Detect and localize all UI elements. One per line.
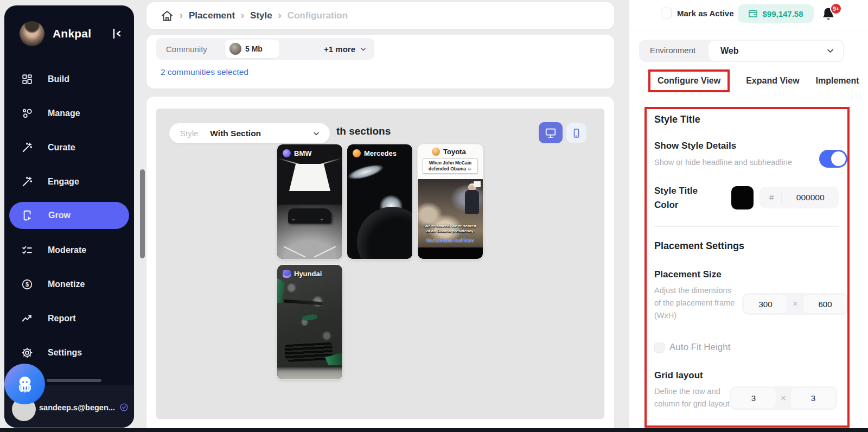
height-input[interactable]: 600	[803, 295, 847, 313]
environment-select[interactable]: Web	[709, 41, 843, 61]
account-email-text: sandeep.s@begen...	[39, 403, 115, 412]
breadcrumb-separator: ›	[278, 10, 282, 21]
placement-card-bmw[interactable]: BMW	[277, 144, 342, 259]
sidebar-item-moderate[interactable]: Moderate	[4, 233, 134, 267]
verified-badge-icon	[119, 403, 129, 412]
sidebar-item-label: Manage	[48, 109, 80, 118]
grid-cols-input[interactable]: 3	[791, 388, 835, 408]
breadcrumb-bar: › Placement › Style › Configuration	[146, 2, 614, 29]
placement-size-hint: Adjust the dimensions of the placement f…	[654, 284, 738, 322]
grid-layout-label: Grid layout	[654, 370, 703, 381]
sidebar-item-label: Curate	[48, 143, 75, 153]
sidebar-item-monetize[interactable]: $ Monetize	[4, 267, 134, 301]
subtitle-text: We're scared, we're scared of an Obama p…	[418, 224, 483, 233]
octopus-icon	[14, 373, 36, 395]
bmw-cars-art	[288, 208, 331, 224]
tab-expand-view[interactable]: Expand View	[746, 76, 799, 86]
community-selector[interactable]: Community 5 Mb +1 more	[156, 38, 374, 60]
brand-title: Ankpal	[53, 27, 91, 40]
auto-fit-height-checkbox[interactable]	[654, 342, 665, 353]
community-more-label: +1 more	[324, 45, 355, 54]
community-more-dropdown[interactable]: +1 more	[324, 38, 367, 60]
mobile-view-button[interactable]	[566, 123, 586, 143]
toyota-community-icon	[432, 148, 440, 156]
sidebar: Ankpal Build Manage Curate Engage Grow M…	[4, 5, 134, 428]
svg-text:$: $	[25, 281, 29, 288]
style-select-value: With Section	[210, 129, 261, 138]
hex-prefix: #	[760, 192, 782, 204]
collapse-sidebar-icon[interactable]	[110, 27, 123, 40]
mark-as-active-checkbox[interactable]	[661, 8, 672, 18]
sidebar-item-manage[interactable]: Manage	[4, 96, 134, 130]
color-swatch[interactable]	[731, 186, 754, 209]
times-separator: ×	[776, 393, 791, 404]
sidebar-divider	[47, 379, 101, 382]
smartphone-icon	[571, 128, 582, 138]
notifications-button[interactable]: 9+	[820, 5, 840, 26]
card-title: BMW	[294, 149, 312, 157]
headlight-art	[347, 158, 391, 185]
sidebar-item-report[interactable]: Report	[4, 301, 134, 335]
times-separator: ×	[787, 298, 803, 309]
trend-chart-icon	[21, 313, 33, 325]
sidebar-item-build[interactable]: Build	[4, 62, 134, 96]
placement-card-mercedes[interactable]: Mercedes	[347, 144, 412, 259]
gear-icon	[21, 347, 33, 359]
octopus-support-button[interactable]	[4, 364, 45, 404]
breadcrumb-configuration: Configuration	[288, 10, 348, 21]
sidebar-item-label: Build	[48, 74, 69, 84]
sidebar-header: Ankpal	[4, 5, 134, 52]
account-email[interactable]: sandeep.s@begen...	[39, 403, 129, 412]
card-label-row: BMW	[283, 149, 312, 157]
user-avatar[interactable]	[20, 21, 44, 46]
wallet-balance-button[interactable]: $99,147.58	[738, 4, 814, 23]
section-divider	[654, 226, 839, 227]
placement-card-toyota[interactable]: Toyota When John McCain defended Obama ☺…	[418, 144, 483, 259]
hex-color-input[interactable]: # 000000	[760, 187, 839, 208]
mercedes-community-icon	[353, 149, 361, 157]
card-title: Hyundai	[294, 270, 322, 278]
breadcrumb-separator: ›	[241, 10, 244, 21]
sidebar-item-label: Settings	[48, 348, 82, 358]
panel-top-row: Mark as Active $99,147.58 9+	[629, 0, 868, 30]
show-style-details-toggle[interactable]	[819, 150, 847, 168]
desktop-view-button[interactable]	[539, 122, 563, 143]
community-chip[interactable]: 5 Mb	[225, 40, 279, 58]
chevron-down-icon	[826, 47, 834, 55]
sidebar-item-grow[interactable]: Grow	[9, 202, 129, 229]
tab-implement[interactable]: Implement	[816, 76, 859, 86]
magic-wand-icon	[21, 142, 33, 154]
tab-configure-view[interactable]: Configure View	[648, 69, 730, 92]
monitor-icon	[545, 127, 557, 139]
style-title-color-label: Style Title Color	[654, 184, 715, 212]
placement-size-label: Placement Size	[654, 269, 722, 280]
card-label-row: Hyundai	[283, 270, 322, 278]
community-selector-card: Community 5 Mb +1 more 2 communities sel…	[146, 35, 614, 88]
style-select-label: Style	[169, 129, 210, 138]
settings-panel: Mark as Active $99,147.58 9+ Environment…	[629, 0, 868, 432]
chevron-down-icon	[360, 46, 367, 53]
car-grille-art	[284, 342, 333, 363]
page-scrollbar-thumb[interactable]	[140, 169, 145, 258]
wallet-icon	[748, 9, 758, 18]
grow-icon	[22, 209, 34, 221]
dollar-icon: $	[21, 278, 33, 290]
communities-selected-link[interactable]: 2 communities selected	[161, 67, 248, 77]
breadcrumb-placement[interactable]: Placement	[189, 10, 235, 21]
grid-layout-hint: Define the row and column for grid layou…	[654, 385, 733, 410]
grid-rows-input[interactable]: 3	[731, 388, 776, 408]
breadcrumb-style[interactable]: Style	[250, 10, 272, 21]
home-icon[interactable]	[161, 9, 174, 22]
sidebar-item-label: Grow	[48, 211, 71, 220]
comment-text: McCain was real hero	[418, 238, 483, 243]
card-title: Mercedes	[364, 149, 397, 157]
environment-label: Environment	[650, 46, 695, 55]
sidebar-item-engage[interactable]: Engage	[4, 164, 134, 199]
style-select[interactable]: Style With Section	[169, 123, 330, 143]
sidebar-item-label: Monetize	[48, 279, 85, 289]
placement-card-hyundai[interactable]: Hyundai	[277, 265, 342, 379]
bmw-skylight-art	[289, 164, 330, 191]
sidebar-item-curate[interactable]: Curate	[4, 130, 134, 164]
magic-wand-icon	[21, 176, 33, 188]
width-input[interactable]: 300	[744, 295, 787, 313]
